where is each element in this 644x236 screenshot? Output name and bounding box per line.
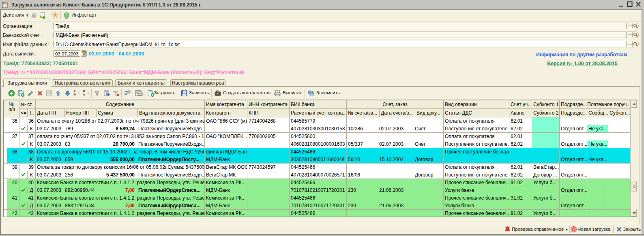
svg-text:?: ? bbox=[54, 13, 56, 18]
